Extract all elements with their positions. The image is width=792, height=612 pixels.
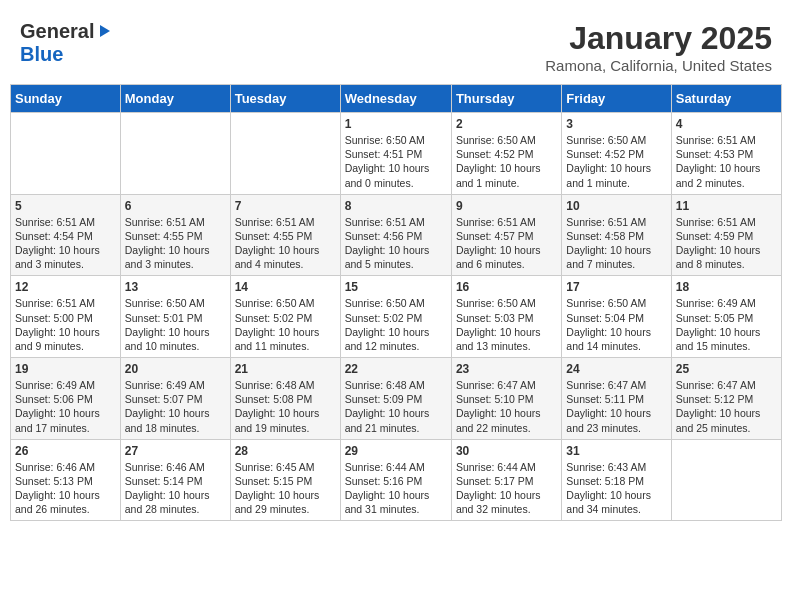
day-number: 4 (676, 117, 777, 131)
day-detail: Sunset: 5:02 PM (345, 311, 447, 325)
day-detail: Sunrise: 6:44 AM (456, 460, 557, 474)
weekday-header-row: SundayMondayTuesdayWednesdayThursdayFrid… (11, 85, 782, 113)
day-detail: Daylight: 10 hours (676, 161, 777, 175)
month-title: January 2025 (545, 20, 772, 57)
day-detail: Sunrise: 6:46 AM (125, 460, 226, 474)
day-detail: and 21 minutes. (345, 421, 447, 435)
day-detail: Daylight: 10 hours (15, 488, 116, 502)
day-detail: Daylight: 10 hours (345, 161, 447, 175)
calendar-cell: 16Sunrise: 6:50 AMSunset: 5:03 PMDayligh… (451, 276, 561, 358)
day-number: 28 (235, 444, 336, 458)
day-detail: and 9 minutes. (15, 339, 116, 353)
calendar-cell: 28Sunrise: 6:45 AMSunset: 5:15 PMDayligh… (230, 439, 340, 521)
day-detail: Sunrise: 6:51 AM (345, 215, 447, 229)
day-detail: Sunrise: 6:49 AM (125, 378, 226, 392)
day-detail: Daylight: 10 hours (125, 406, 226, 420)
day-detail: Sunset: 4:56 PM (345, 229, 447, 243)
day-number: 9 (456, 199, 557, 213)
calendar-cell: 18Sunrise: 6:49 AMSunset: 5:05 PMDayligh… (671, 276, 781, 358)
calendar-cell: 22Sunrise: 6:48 AMSunset: 5:09 PMDayligh… (340, 358, 451, 440)
calendar-cell: 17Sunrise: 6:50 AMSunset: 5:04 PMDayligh… (562, 276, 671, 358)
day-number: 16 (456, 280, 557, 294)
day-detail: Sunset: 5:11 PM (566, 392, 666, 406)
day-detail: Sunrise: 6:50 AM (235, 296, 336, 310)
day-detail: Sunset: 4:52 PM (566, 147, 666, 161)
calendar-cell: 29Sunrise: 6:44 AMSunset: 5:16 PMDayligh… (340, 439, 451, 521)
day-detail: Daylight: 10 hours (235, 488, 336, 502)
calendar-cell (11, 113, 121, 195)
calendar-cell: 24Sunrise: 6:47 AMSunset: 5:11 PMDayligh… (562, 358, 671, 440)
day-number: 8 (345, 199, 447, 213)
day-detail: Sunset: 4:52 PM (456, 147, 557, 161)
day-number: 3 (566, 117, 666, 131)
day-detail: Sunset: 5:03 PM (456, 311, 557, 325)
day-detail: Sunset: 4:55 PM (235, 229, 336, 243)
weekday-header: Sunday (11, 85, 121, 113)
calendar-cell: 14Sunrise: 6:50 AMSunset: 5:02 PMDayligh… (230, 276, 340, 358)
day-detail: and 8 minutes. (676, 257, 777, 271)
day-detail: Daylight: 10 hours (676, 406, 777, 420)
day-detail: Sunset: 5:01 PM (125, 311, 226, 325)
day-number: 20 (125, 362, 226, 376)
weekday-header: Wednesday (340, 85, 451, 113)
day-detail: Daylight: 10 hours (456, 161, 557, 175)
weekday-header: Tuesday (230, 85, 340, 113)
day-detail: Sunrise: 6:51 AM (676, 215, 777, 229)
calendar-cell: 21Sunrise: 6:48 AMSunset: 5:08 PMDayligh… (230, 358, 340, 440)
day-detail: and 11 minutes. (235, 339, 336, 353)
logo: General Blue (20, 20, 112, 66)
calendar-cell: 6Sunrise: 6:51 AMSunset: 4:55 PMDaylight… (120, 194, 230, 276)
day-detail: and 1 minute. (566, 176, 666, 190)
calendar-cell: 8Sunrise: 6:51 AMSunset: 4:56 PMDaylight… (340, 194, 451, 276)
calendar-cell: 15Sunrise: 6:50 AMSunset: 5:02 PMDayligh… (340, 276, 451, 358)
day-number: 1 (345, 117, 447, 131)
day-number: 12 (15, 280, 116, 294)
day-detail: Sunset: 4:51 PM (345, 147, 447, 161)
day-detail: Sunrise: 6:51 AM (15, 296, 116, 310)
day-number: 17 (566, 280, 666, 294)
day-detail: Daylight: 10 hours (566, 406, 666, 420)
day-detail: Daylight: 10 hours (125, 488, 226, 502)
logo-general-text: General (20, 20, 94, 43)
day-detail: Sunset: 5:13 PM (15, 474, 116, 488)
day-number: 29 (345, 444, 447, 458)
day-detail: Sunset: 5:06 PM (15, 392, 116, 406)
day-detail: Daylight: 10 hours (676, 243, 777, 257)
calendar-cell: 2Sunrise: 6:50 AMSunset: 4:52 PMDaylight… (451, 113, 561, 195)
day-number: 22 (345, 362, 447, 376)
day-detail: Sunrise: 6:49 AM (15, 378, 116, 392)
day-detail: and 13 minutes. (456, 339, 557, 353)
day-detail: Sunset: 5:04 PM (566, 311, 666, 325)
day-number: 31 (566, 444, 666, 458)
day-detail: Daylight: 10 hours (15, 243, 116, 257)
day-detail: Daylight: 10 hours (345, 325, 447, 339)
weekday-header: Saturday (671, 85, 781, 113)
day-detail: Sunset: 5:07 PM (125, 392, 226, 406)
day-number: 5 (15, 199, 116, 213)
day-detail: and 19 minutes. (235, 421, 336, 435)
day-detail: Sunset: 4:58 PM (566, 229, 666, 243)
calendar-cell: 7Sunrise: 6:51 AMSunset: 4:55 PMDaylight… (230, 194, 340, 276)
day-detail: Daylight: 10 hours (456, 243, 557, 257)
day-detail: Sunset: 5:02 PM (235, 311, 336, 325)
day-detail: Sunset: 4:54 PM (15, 229, 116, 243)
day-detail: Daylight: 10 hours (345, 488, 447, 502)
day-detail: Daylight: 10 hours (566, 161, 666, 175)
day-detail: and 4 minutes. (235, 257, 336, 271)
day-detail: and 12 minutes. (345, 339, 447, 353)
calendar-cell (230, 113, 340, 195)
day-number: 7 (235, 199, 336, 213)
day-detail: Sunset: 5:18 PM (566, 474, 666, 488)
day-detail: Sunrise: 6:50 AM (345, 133, 447, 147)
day-detail: and 32 minutes. (456, 502, 557, 516)
day-number: 15 (345, 280, 447, 294)
logo-blue-text: Blue (20, 43, 63, 65)
day-detail: Sunrise: 6:50 AM (456, 133, 557, 147)
day-detail: Daylight: 10 hours (15, 325, 116, 339)
day-detail: and 1 minute. (456, 176, 557, 190)
logo-triangle-icon (96, 23, 112, 43)
day-detail: and 5 minutes. (345, 257, 447, 271)
day-detail: Sunrise: 6:51 AM (676, 133, 777, 147)
day-number: 13 (125, 280, 226, 294)
calendar-cell (671, 439, 781, 521)
